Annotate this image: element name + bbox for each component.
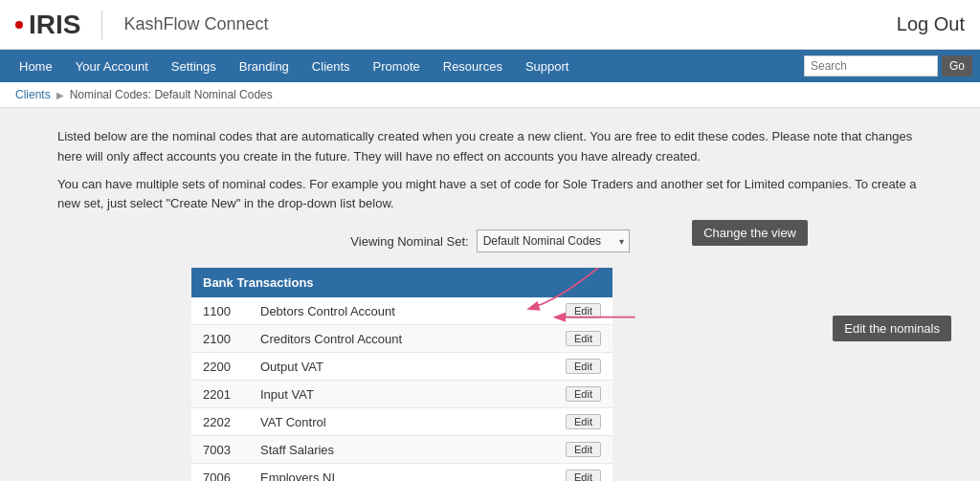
nav-item-support[interactable]: Support [514,50,581,82]
row-name: Output VAT [249,353,554,381]
table-row: 7006 Employers NI Edit [191,464,612,481]
header: IRIS KashFlow Connect Log Out [0,0,980,50]
breadcrumb-current: Nominal Codes: Default Nominal Codes [70,88,273,101]
row-edit-cell: Edit [554,353,612,381]
row-name: Employers NI [249,464,554,481]
table-row: 2200 Output VAT Edit [191,353,612,381]
nav-links: Home Your Account Settings Branding Clie… [8,50,804,82]
iris-logo-dot [15,21,23,29]
description-para1: Listed below are the nominal codes that … [57,127,923,167]
table-wrapper: Bank Transactions 1100 Debtors Control A… [191,268,612,481]
row-edit-cell: Edit [554,464,612,481]
row-name: Input VAT [249,381,554,408]
row-name: VAT Control [249,408,554,436]
row-edit-cell: Edit [554,297,612,325]
row-edit-cell: Edit [554,436,612,464]
row-code: 2201 [191,381,249,408]
nav-item-your-account[interactable]: Your Account [64,50,160,82]
nav-item-branding[interactable]: Branding [228,50,301,82]
row-code: 2202 [191,408,249,436]
nav-item-resources[interactable]: Resources [432,50,514,82]
edit-button[interactable]: Edit [566,303,601,318]
edit-button[interactable]: Edit [566,414,601,429]
table-section-header: Bank Transactions [191,268,612,297]
nominal-set-select[interactable]: Default Nominal Codes Create New [477,230,630,252]
row-name: Staff Salaries [249,436,554,464]
search-area: Go [804,55,972,77]
row-name: Debtors Control Account [249,297,554,325]
callout-edit-nominals: Edit the nominals [833,316,951,341]
nominal-set-select-wrapper: Default Nominal Codes Create New [477,230,630,252]
nav-item-settings[interactable]: Settings [160,50,228,82]
logo-divider [101,11,102,39]
description-para2: You can have multiple sets of nominal co… [57,175,923,215]
table-row: 2202 VAT Control Edit [191,408,612,436]
nominal-codes-table: Bank Transactions 1100 Debtors Control A… [191,268,612,481]
go-button[interactable]: Go [942,55,972,77]
breadcrumb-clients[interactable]: Clients [15,88,51,101]
kashflow-logo: KashFlow Connect [123,14,268,34]
edit-button[interactable]: Edit [566,442,601,457]
navbar: Home Your Account Settings Branding Clie… [0,50,980,82]
nav-item-home[interactable]: Home [8,50,64,82]
description: Listed below are the nominal codes that … [57,127,923,214]
table-body: 1100 Debtors Control Account Edit 2100 C… [191,297,612,481]
row-edit-cell: Edit [554,325,612,353]
row-code: 1100 [191,297,249,325]
breadcrumb-separator: ▶ [56,90,64,100]
nav-item-clients[interactable]: Clients [301,50,362,82]
iris-logo: IRIS [15,10,80,40]
row-code: 2200 [191,353,249,381]
nav-item-promote[interactable]: Promote [362,50,432,82]
edit-button[interactable]: Edit [566,331,601,346]
viewing-label: Viewing Nominal Set: [350,234,468,249]
row-edit-cell: Edit [554,381,612,408]
row-code: 7006 [191,464,249,481]
logo-area: IRIS KashFlow Connect [15,10,897,40]
row-code: 7003 [191,436,249,464]
table-row: 7003 Staff Salaries Edit [191,436,612,464]
table-row: 1100 Debtors Control Account Edit [191,297,612,325]
row-name: Creditors Control Account [249,325,554,353]
search-input[interactable] [804,55,938,77]
callout-change-view: Change the view [692,220,808,246]
edit-button[interactable]: Edit [566,470,601,481]
table-row: 2100 Creditors Control Account Edit [191,325,612,353]
edit-button[interactable]: Edit [566,386,601,402]
row-edit-cell: Edit [554,408,612,436]
table-row: 2201 Input VAT Edit [191,381,612,408]
main-content: Listed below are the nominal codes that … [0,108,980,481]
row-code: 2100 [191,325,249,353]
logout-button[interactable]: Log Out [897,13,965,35]
breadcrumb: Clients ▶ Nominal Codes: Default Nominal… [0,82,980,108]
edit-button[interactable]: Edit [566,359,601,374]
